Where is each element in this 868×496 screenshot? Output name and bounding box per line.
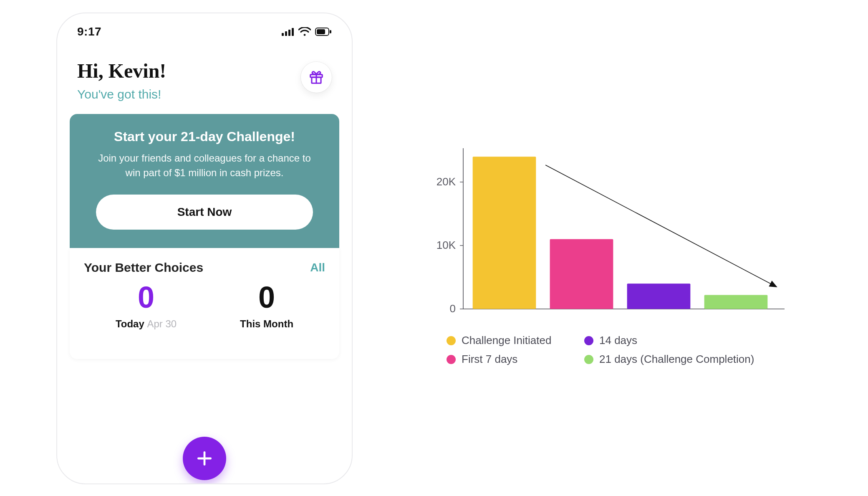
stat-month-value: 0 [240, 282, 293, 312]
stat-today-value: 0 [116, 282, 177, 312]
signal-icon [282, 28, 294, 36]
stat-today-date: Apr 30 [147, 318, 177, 329]
wifi-icon [298, 27, 311, 36]
legend-label: First 7 days [462, 353, 517, 366]
svg-rect-22 [627, 283, 691, 309]
svg-rect-1 [285, 31, 287, 36]
plus-icon [195, 449, 214, 468]
phone-mockup: 9:17 [56, 13, 353, 484]
legend-swatch [584, 336, 593, 345]
choices-header: Your Better Choices [84, 261, 203, 275]
svg-rect-0 [282, 33, 284, 36]
start-now-button[interactable]: Start Now [96, 195, 313, 230]
legend-item: 21 days (Challenge Completion) [584, 353, 801, 366]
svg-rect-21 [550, 239, 613, 309]
stat-month-label: This Month [240, 318, 293, 330]
gift-icon [308, 69, 324, 85]
choices-all-link[interactable]: All [310, 261, 325, 274]
challenge-title: Start your 21-day Challenge! [91, 129, 318, 144]
status-bar: 9:17 [57, 13, 352, 43]
svg-rect-3 [292, 28, 294, 36]
legend-item: Challenge Initiated [447, 334, 572, 347]
stat-today-label: Today [116, 318, 144, 329]
legend-swatch [447, 355, 456, 364]
battery-icon [315, 28, 332, 36]
challenge-body: Join your friends and colleagues for a c… [92, 151, 317, 180]
legend-swatch [584, 355, 593, 364]
svg-rect-5 [317, 29, 325, 34]
legend-label: Challenge Initiated [462, 334, 551, 347]
gift-button[interactable] [301, 62, 332, 93]
status-icons [282, 27, 332, 36]
chart-legend: Challenge Initiated14 daysFirst 7 days21… [447, 334, 801, 366]
legend-item: First 7 days [447, 353, 572, 366]
svg-rect-20 [473, 157, 536, 309]
greeting-subtitle: You've got this! [77, 87, 166, 101]
svg-rect-23 [704, 295, 768, 309]
choices-card: Your Better Choices All 0 Today Apr 30 0… [70, 248, 339, 359]
legend-swatch [447, 336, 456, 345]
funnel-chart: 010K20K [409, 146, 810, 327]
status-time: 9:17 [77, 25, 101, 38]
add-button[interactable] [183, 437, 226, 480]
legend-item: 14 days [584, 334, 801, 347]
svg-text:10K: 10K [437, 239, 456, 251]
svg-text:0: 0 [450, 302, 456, 315]
svg-rect-2 [288, 30, 290, 36]
legend-label: 21 days (Challenge Completion) [599, 353, 754, 366]
stat-today: 0 Today Apr 30 [116, 282, 177, 330]
greeting-title: Hi, Kevin! [77, 59, 166, 82]
legend-label: 14 days [599, 334, 637, 347]
challenge-card: Start your 21-day Challenge! Join your f… [70, 114, 339, 248]
svg-rect-6 [330, 30, 331, 33]
svg-text:20K: 20K [437, 175, 456, 188]
stat-month: 0 This Month [240, 282, 293, 330]
